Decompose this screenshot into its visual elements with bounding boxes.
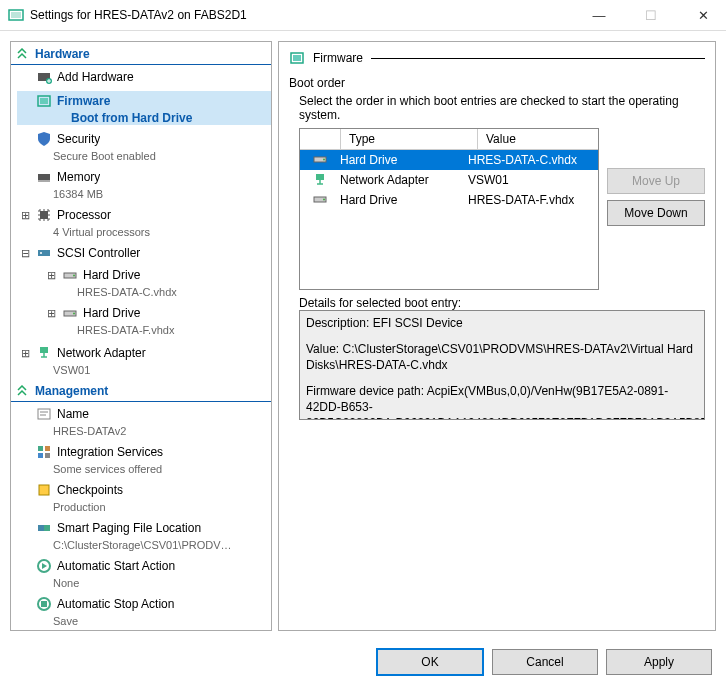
entry-type: Hard Drive xyxy=(332,193,460,207)
add-hardware-icon xyxy=(36,69,52,85)
ok-button[interactable]: OK xyxy=(376,648,484,676)
svg-rect-30 xyxy=(316,174,324,180)
svg-rect-8 xyxy=(38,250,50,256)
svg-rect-27 xyxy=(293,55,301,61)
expand-icon[interactable]: ⊞ xyxy=(19,209,31,222)
scsi-icon xyxy=(36,245,52,261)
hardware-label: Hardware xyxy=(35,47,90,61)
titlebar: Settings for HRES-DATAv2 on FABS2D1 — ☐ … xyxy=(0,0,726,31)
entry-value: HRES-DATA-F.vhdx xyxy=(460,193,598,207)
autostop-icon xyxy=(36,596,52,612)
tree-item-hd2[interactable]: ⊞ Hard Drive HRES-DATA-F.vhdx xyxy=(35,301,271,339)
cancel-button[interactable]: Cancel xyxy=(492,649,598,675)
move-up-button: Move Up xyxy=(607,168,705,194)
management-section-header[interactable]: Management xyxy=(11,381,271,402)
tree-item-autostop[interactable]: Automatic Stop Action Save xyxy=(11,592,271,630)
name-icon xyxy=(36,406,52,422)
svg-point-29 xyxy=(323,159,325,161)
tree-item-firmware[interactable]: Firmware Boot from Hard Drive xyxy=(11,89,271,127)
move-down-button[interactable]: Move Down xyxy=(607,200,705,226)
pane-header: Firmware xyxy=(289,50,705,66)
svg-rect-6 xyxy=(38,174,50,180)
settings-tree[interactable]: Hardware Add Hardware Firmware Boot from… xyxy=(10,41,272,631)
tree-item-integration[interactable]: Integration Services Some services offer… xyxy=(11,440,271,478)
hard-drive-icon xyxy=(62,305,78,321)
chevron-up-icon xyxy=(15,384,29,398)
details-description: Description: EFI SCSI Device xyxy=(306,315,698,331)
window-title: Settings for HRES-DATAv2 on FABS2D1 xyxy=(30,8,570,22)
tree-item-name[interactable]: Name HRES-DATAv2 xyxy=(11,402,271,440)
close-button[interactable]: ✕ xyxy=(680,0,726,30)
boot-order-heading: Boot order xyxy=(289,76,705,90)
processor-icon xyxy=(36,207,52,223)
divider xyxy=(371,58,705,59)
checkpoints-icon xyxy=(36,482,52,498)
entry-type: Network Adapter xyxy=(332,173,460,187)
svg-rect-17 xyxy=(45,446,50,451)
details-path: Firmware device path: AcpiEx(VMBus,0,0)/… xyxy=(306,383,698,420)
svg-rect-18 xyxy=(38,453,43,458)
memory-icon xyxy=(36,169,52,185)
expand-icon[interactable]: ⊞ xyxy=(45,307,57,320)
minimize-button[interactable]: — xyxy=(576,0,622,30)
app-icon xyxy=(8,7,24,23)
hardware-section-header[interactable]: Hardware xyxy=(11,44,271,65)
expand-icon[interactable]: ⊞ xyxy=(45,269,57,282)
security-subtitle: Secure Boot enabled xyxy=(17,149,271,163)
detail-pane: Firmware Boot order Select the order in … xyxy=(278,41,716,631)
hard-drive-icon xyxy=(300,153,332,167)
content-area: Hardware Add Hardware Firmware Boot from… xyxy=(0,31,726,641)
memory-subtitle: 16384 MB xyxy=(17,187,271,201)
firmware-icon xyxy=(289,50,305,66)
chevron-up-icon xyxy=(15,47,29,61)
svg-rect-19 xyxy=(45,453,50,458)
svg-rect-1 xyxy=(11,12,21,18)
boot-entry-row[interactable]: Network AdapterVSW01 xyxy=(300,170,598,190)
tree-item-scsi[interactable]: ⊟ SCSI Controller ⊞ Hard Drive HRES-DATA… xyxy=(11,241,271,341)
paging-icon xyxy=(36,520,52,536)
expand-icon[interactable]: ⊞ xyxy=(19,347,31,360)
boot-entry-row[interactable]: Hard DriveHRES-DATA-F.vhdx xyxy=(300,190,598,210)
table-header: Type Value xyxy=(300,129,598,150)
boot-order-desc: Select the order in which boot entries a… xyxy=(299,94,705,122)
boot-entries-table[interactable]: Type Value Hard DriveHRES-DATA-C.vhdxNet… xyxy=(299,128,599,290)
hd1-subtitle: HRES-DATA-C.vhdx xyxy=(41,285,271,299)
tree-item-add-hardware[interactable]: Add Hardware xyxy=(11,65,271,89)
boot-order-section: Boot order Select the order in which boo… xyxy=(289,76,705,420)
apply-button[interactable]: Apply xyxy=(606,649,712,675)
maximize-button: ☐ xyxy=(628,0,674,30)
svg-rect-20 xyxy=(39,485,49,495)
tree-item-autostart[interactable]: Automatic Start Action None xyxy=(11,554,271,592)
hard-drive-icon xyxy=(300,193,332,207)
svg-rect-21 xyxy=(38,525,44,531)
entry-value: VSW01 xyxy=(460,173,598,187)
collapse-icon[interactable]: ⊟ xyxy=(19,247,31,260)
autostart-icon xyxy=(36,558,52,574)
boot-entry-row[interactable]: Hard DriveHRES-DATA-C.vhdx xyxy=(300,150,598,170)
tree-item-checkpoints[interactable]: Checkpoints Production xyxy=(11,478,271,516)
dialog-footer: OK Cancel Apply xyxy=(0,641,726,683)
tree-item-paging[interactable]: Smart Paging File Location C:\ClusterSto… xyxy=(11,516,271,554)
svg-rect-5 xyxy=(40,98,48,104)
details-label: Details for selected boot entry: xyxy=(299,296,705,310)
svg-rect-22 xyxy=(44,525,50,531)
hard-drive-icon xyxy=(62,267,78,283)
network-icon xyxy=(300,173,332,187)
network-subtitle: VSW01 xyxy=(17,363,271,377)
details-box[interactable]: Description: EFI SCSI Device Value: C:\C… xyxy=(299,310,705,420)
svg-point-32 xyxy=(323,199,325,201)
tree-item-processor[interactable]: ⊞ Processor 4 Virtual processors xyxy=(11,203,271,241)
tree-item-security[interactable]: Security Secure Boot enabled xyxy=(11,127,271,165)
svg-rect-25 xyxy=(41,601,47,607)
svg-point-9 xyxy=(40,252,42,254)
svg-rect-16 xyxy=(38,446,43,451)
integration-icon xyxy=(36,444,52,460)
firmware-subtitle: Boot from Hard Drive xyxy=(17,111,271,125)
tree-item-hd1[interactable]: ⊞ Hard Drive HRES-DATA-C.vhdx xyxy=(35,263,271,301)
details-value: Value: C:\ClusterStorage\CSV01\PRODVMS\H… xyxy=(306,341,698,373)
svg-rect-7 xyxy=(40,211,48,219)
tree-item-network[interactable]: ⊞ Network Adapter VSW01 xyxy=(11,341,271,379)
tree-item-memory[interactable]: Memory 16384 MB xyxy=(11,165,271,203)
entry-type: Hard Drive xyxy=(332,153,460,167)
svg-point-11 xyxy=(73,275,75,277)
